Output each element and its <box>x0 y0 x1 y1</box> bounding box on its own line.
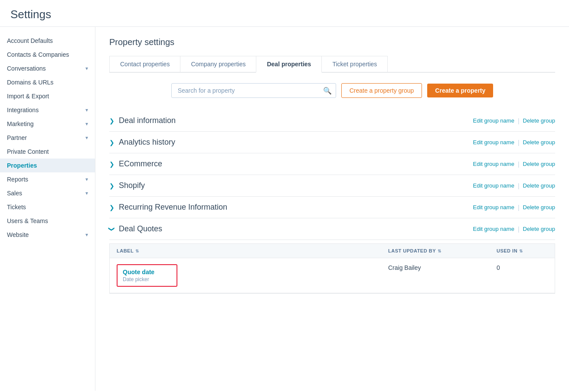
edit-group-name-link[interactable]: Edit group name <box>473 117 514 124</box>
delete-group-link[interactable]: Delete group <box>523 204 555 211</box>
delete-group-link[interactable]: Delete group <box>523 226 555 232</box>
chevron-down-icon[interactable]: ❯ <box>108 227 115 232</box>
search-input[interactable] <box>171 83 336 98</box>
sidebar-item-integrations[interactable]: Integrations▾ <box>0 103 95 117</box>
delete-group-link[interactable]: Delete group <box>523 117 555 124</box>
group-row: ❯ShopifyEdit group name | Delete group <box>109 175 555 197</box>
sidebar-item-properties[interactable]: Properties <box>0 159 95 172</box>
sidebar-item-conversations[interactable]: Conversations▾ <box>0 62 95 75</box>
edit-group-name-link[interactable]: Edit group name <box>473 182 514 189</box>
tabs: Contact propertiesCompany propertiesDeal… <box>109 56 555 73</box>
chevron-right-icon[interactable]: ❯ <box>109 117 114 124</box>
separator: | <box>518 139 520 146</box>
sidebar-item-label: Partner <box>7 134 27 141</box>
chevron-right-icon[interactable]: ❯ <box>109 204 114 211</box>
edit-group-name-link[interactable]: Edit group name <box>473 226 514 232</box>
sidebar-item-import-&-export[interactable]: Import & Export <box>0 89 95 103</box>
group-actions: Edit group name | Delete group <box>473 117 556 124</box>
table-column-last-updated-by[interactable]: LAST UPDATED BY ⇅ <box>381 244 490 258</box>
sidebar-item-label: Integrations <box>7 107 39 113</box>
create-property-group-button[interactable]: Create a property group <box>341 83 422 98</box>
edit-group-name-link[interactable]: Edit group name <box>473 139 514 146</box>
sidebar-item-sales[interactable]: Sales▾ <box>0 186 95 200</box>
property-groups: ❯Deal informationEdit group name | Delet… <box>109 110 555 294</box>
sidebar-item-partner[interactable]: Partner▾ <box>0 131 95 145</box>
highlighted-property[interactable]: Quote dateDate picker <box>117 264 177 287</box>
sidebar-item-label: Marketing <box>7 120 33 127</box>
delete-group-link[interactable]: Delete group <box>523 182 555 189</box>
group-actions: Edit group name | Delete group <box>473 139 556 146</box>
group-left: ❯Shopify <box>109 181 145 190</box>
group-row: ❯Deal informationEdit group name | Delet… <box>109 110 555 132</box>
separator: | <box>518 204 520 211</box>
sidebar-item-website[interactable]: Website▾ <box>0 228 95 242</box>
used-in-cell: 0 <box>490 258 555 293</box>
group-left: ❯Deal Quotes <box>109 224 162 233</box>
tab-ticket-properties[interactable]: Ticket properties <box>321 56 388 72</box>
group-analytics-history: ❯Analytics historyEdit group name | Dele… <box>109 132 555 153</box>
group-name: Analytics history <box>119 138 175 147</box>
chevron-down-icon: ▾ <box>85 65 88 71</box>
main-content: Property settings Contact propertiesComp… <box>95 27 569 391</box>
toolbar: 🔍 Create a property group Create a prope… <box>109 83 555 98</box>
edit-group-name-link[interactable]: Edit group name <box>473 161 514 167</box>
group-left: ❯Recurring Revenue Information <box>109 203 227 212</box>
group-name: Deal information <box>119 116 176 125</box>
group-left: ❯ECommerce <box>109 159 162 168</box>
sidebar-item-label: Contacts & Companies <box>7 51 69 58</box>
group-actions: Edit group name | Delete group <box>473 182 556 189</box>
sidebar-item-label: Private Content <box>7 148 49 155</box>
property-label-cell: Quote dateDate picker <box>110 258 381 293</box>
sidebar-item-label: Reports <box>7 176 28 183</box>
chevron-down-icon: ▾ <box>85 107 88 113</box>
group-name: Deal Quotes <box>119 224 162 233</box>
table-column-used-in[interactable]: USED IN ⇅ <box>490 244 555 258</box>
group-name: Recurring Revenue Information <box>119 203 227 212</box>
sidebar-item-account-defaults[interactable]: Account Defaults <box>0 34 95 48</box>
sidebar-item-label: Users & Teams <box>7 217 48 224</box>
chevron-down-icon: ▾ <box>85 135 88 141</box>
sidebar-item-domains-&-urls[interactable]: Domains & URLs <box>0 75 95 89</box>
group-name: ECommerce <box>119 159 162 168</box>
group-name: Shopify <box>119 181 145 190</box>
property-table: LABEL ⇅LAST UPDATED BY ⇅USED IN ⇅Quote d… <box>109 243 555 294</box>
sort-icon: ⇅ <box>519 249 523 253</box>
sidebar-item-label: Properties <box>7 162 37 169</box>
group-deal-quotes: ❯Deal QuotesEdit group name | Delete gro… <box>109 218 555 294</box>
section-title: Property settings <box>109 37 555 47</box>
create-property-button[interactable]: Create a property <box>427 84 493 97</box>
chevron-right-icon[interactable]: ❯ <box>109 182 114 189</box>
group-left: ❯Deal information <box>109 116 176 125</box>
group-row: ❯Deal QuotesEdit group name | Delete gro… <box>109 218 555 240</box>
sidebar: Account DefaultsContacts & CompaniesConv… <box>0 27 95 391</box>
tab-company-properties[interactable]: Company properties <box>180 56 256 72</box>
group-actions: Edit group name | Delete group <box>473 161 556 168</box>
sidebar-item-marketing[interactable]: Marketing▾ <box>0 117 95 131</box>
table-column-label[interactable]: LABEL ⇅ <box>110 244 381 258</box>
search-icon: 🔍 <box>323 87 332 95</box>
tab-contact-properties[interactable]: Contact properties <box>109 56 180 72</box>
sidebar-item-users-&-teams[interactable]: Users & Teams <box>0 214 95 228</box>
delete-group-link[interactable]: Delete group <box>523 139 555 146</box>
sidebar-item-label: Import & Export <box>7 93 49 100</box>
chevron-right-icon[interactable]: ❯ <box>109 161 114 168</box>
chevron-right-icon[interactable]: ❯ <box>109 139 114 146</box>
sidebar-item-tickets[interactable]: Tickets <box>0 200 95 214</box>
page-title: Settings <box>0 0 569 27</box>
search-container: 🔍 <box>171 83 336 98</box>
chevron-down-icon: ▾ <box>85 176 88 182</box>
separator: | <box>518 161 520 168</box>
separator: | <box>518 226 520 233</box>
group-ecommerce: ❯ECommerceEdit group name | Delete group <box>109 153 555 175</box>
property-type: Date picker <box>123 276 171 282</box>
group-shopify: ❯ShopifyEdit group name | Delete group <box>109 175 555 197</box>
delete-group-link[interactable]: Delete group <box>523 161 555 167</box>
sidebar-item-private-content[interactable]: Private Content <box>0 145 95 159</box>
sidebar-item-contacts-&-companies[interactable]: Contacts & Companies <box>0 48 95 62</box>
chevron-down-icon: ▾ <box>85 121 88 127</box>
tab-deal-properties[interactable]: Deal properties <box>256 56 322 73</box>
group-row: ❯Recurring Revenue InformationEdit group… <box>109 197 555 218</box>
sidebar-item-reports[interactable]: Reports▾ <box>0 172 95 186</box>
separator: | <box>518 182 520 189</box>
edit-group-name-link[interactable]: Edit group name <box>473 204 514 211</box>
